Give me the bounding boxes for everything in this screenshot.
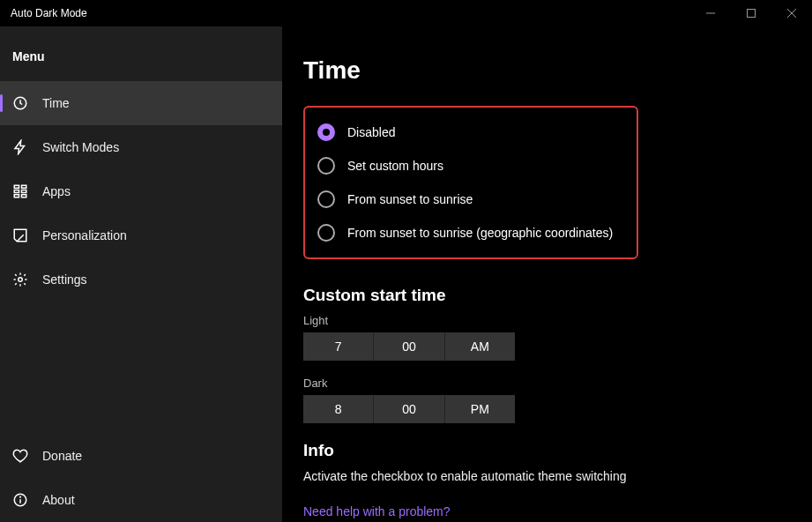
dark-time-picker[interactable]: 8 00 PM xyxy=(303,395,515,423)
dark-ampm[interactable]: PM xyxy=(445,395,515,423)
sidebar-item-time[interactable]: Time xyxy=(0,81,282,125)
sidebar-item-about[interactable]: About xyxy=(0,478,282,522)
close-button[interactable] xyxy=(771,0,812,26)
dark-label: Dark xyxy=(303,377,812,390)
app-title: Auto Dark Mode xyxy=(11,7,690,19)
svg-point-14 xyxy=(20,496,21,497)
sidebar-item-settings[interactable]: Settings xyxy=(0,257,282,302)
light-minute[interactable]: 00 xyxy=(374,332,444,361)
radio-option-sunset-sunrise-geo[interactable]: From sunset to sunrise (geographic coord… xyxy=(317,224,624,242)
svg-rect-7 xyxy=(14,190,19,193)
apps-icon xyxy=(12,183,28,199)
svg-rect-10 xyxy=(22,195,26,198)
menu-label: Menu xyxy=(0,49,282,81)
sidebar-item-label: Donate xyxy=(42,449,82,463)
sidebar-item-label: Personalization xyxy=(42,228,127,242)
info-icon xyxy=(12,492,28,508)
svg-rect-6 xyxy=(22,185,26,188)
radio-option-sunset-sunrise[interactable]: From sunset to sunrise xyxy=(317,190,624,208)
gear-icon xyxy=(12,272,28,287)
sidebar-item-label: Apps xyxy=(42,184,71,198)
sidebar-item-donate[interactable]: Donate xyxy=(0,434,282,478)
help-link[interactable]: Need help with a problem? xyxy=(303,504,451,518)
sidebar-item-apps[interactable]: Apps xyxy=(0,169,282,213)
mode-radio-group: Disabled Set custom hours From sunset to… xyxy=(303,106,638,259)
svg-point-11 xyxy=(19,278,23,282)
edit-icon xyxy=(12,227,28,243)
clock-icon xyxy=(12,95,28,111)
page-title: Time xyxy=(303,56,812,85)
dark-minute[interactable]: 00 xyxy=(374,395,444,423)
svg-rect-5 xyxy=(14,185,19,188)
light-time-picker[interactable]: 7 00 AM xyxy=(303,332,515,361)
sidebar-item-label: About xyxy=(42,493,75,507)
sidebar-item-personalization[interactable]: Personalization xyxy=(0,213,282,257)
info-heading: Info xyxy=(303,441,812,460)
sidebar-item-label: Switch Modes xyxy=(42,140,119,154)
svg-rect-8 xyxy=(22,190,26,193)
info-text: Activate the checkbox to enable automati… xyxy=(303,469,812,483)
heart-icon xyxy=(12,448,28,464)
custom-start-heading: Custom start time xyxy=(303,286,812,305)
radio-label: Disabled xyxy=(347,125,395,139)
dark-hour[interactable]: 8 xyxy=(303,395,374,423)
radio-icon xyxy=(317,190,335,208)
titlebar: Auto Dark Mode xyxy=(0,0,812,26)
lightning-icon xyxy=(12,139,28,155)
radio-label: From sunset to sunrise (geographic coord… xyxy=(347,226,613,240)
main-content: Time Disabled Set custom hours From suns… xyxy=(282,26,812,522)
radio-label: From sunset to sunrise xyxy=(347,192,473,206)
svg-rect-9 xyxy=(14,195,19,198)
svg-rect-1 xyxy=(748,10,756,18)
radio-option-disabled[interactable]: Disabled xyxy=(317,123,624,141)
sidebar-item-label: Settings xyxy=(42,272,87,287)
sidebar: Menu Time Switch Modes Apps xyxy=(0,26,282,522)
sidebar-item-switch-modes[interactable]: Switch Modes xyxy=(0,125,282,169)
window-controls xyxy=(690,0,812,26)
radio-icon xyxy=(317,123,335,141)
radio-icon xyxy=(317,224,335,242)
light-hour[interactable]: 7 xyxy=(303,332,374,361)
light-ampm[interactable]: AM xyxy=(445,332,515,361)
sidebar-item-label: Time xyxy=(42,96,70,110)
light-label: Light xyxy=(303,314,812,327)
radio-option-custom-hours[interactable]: Set custom hours xyxy=(317,157,624,175)
radio-label: Set custom hours xyxy=(347,159,443,173)
minimize-button[interactable] xyxy=(690,0,731,26)
maximize-button[interactable] xyxy=(731,0,771,26)
radio-icon xyxy=(317,157,335,175)
